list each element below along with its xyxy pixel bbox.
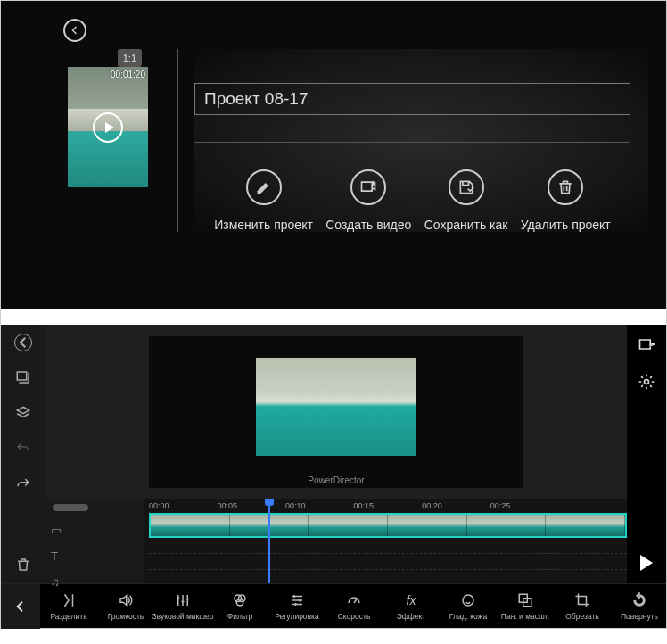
- produce-video-button[interactable]: Создать видео: [325, 169, 411, 232]
- playhead[interactable]: [268, 499, 270, 583]
- speed-icon: [345, 591, 363, 609]
- video-track-icon: ▭: [51, 524, 138, 537]
- audio-track-icon: ♫: [51, 575, 138, 589]
- play-button[interactable]: [640, 555, 653, 571]
- speed-button[interactable]: Скорость: [325, 591, 383, 621]
- project-thumbnail[interactable]: 00:01:20: [68, 67, 148, 187]
- split-button[interactable]: Разделить: [40, 591, 97, 621]
- video-clip[interactable]: [149, 513, 627, 538]
- effect-icon: fx: [402, 591, 420, 609]
- settings-button[interactable]: [638, 373, 655, 394]
- mixer-button[interactable]: Звуковой микшер: [154, 591, 211, 621]
- media-library-button[interactable]: [13, 367, 33, 387]
- preview-frame: [256, 358, 416, 456]
- text-track-icon: T: [51, 549, 138, 563]
- delete-button[interactable]: [13, 555, 33, 574]
- adjust-icon: [288, 591, 306, 609]
- save-icon: [449, 169, 484, 205]
- svg-point-4: [463, 595, 473, 606]
- svg-point-0: [645, 380, 649, 384]
- preview-area[interactable]: PowerDirector: [149, 336, 523, 488]
- volume-button[interactable]: Громкость: [97, 591, 154, 621]
- volume-icon: [117, 591, 135, 609]
- drag-handle[interactable]: [53, 504, 88, 511]
- panzoom-icon: [516, 591, 534, 609]
- back-button[interactable]: [63, 19, 86, 42]
- watermark: PowerDirector: [308, 475, 364, 485]
- time-ruler: 00:00 00:05 00:10 00:15 00:20 00:25: [144, 499, 627, 513]
- trash-icon: [548, 169, 583, 205]
- project-title-input[interactable]: [194, 83, 630, 115]
- split-icon: [60, 591, 78, 609]
- save-as-button[interactable]: Сохранить как: [424, 169, 508, 232]
- effect-button[interactable]: fx Эффект: [383, 591, 440, 621]
- crop-icon: [573, 591, 591, 609]
- editor-back-button[interactable]: [14, 334, 32, 351]
- edit-project-button[interactable]: Изменить проект: [214, 169, 313, 232]
- rotate-icon: [630, 591, 648, 609]
- adjust-button[interactable]: Регулировка: [268, 591, 325, 621]
- panzoom-button[interactable]: Пан. и масшт.: [497, 591, 554, 621]
- film-export-icon: [350, 169, 386, 205]
- timeline[interactable]: 00:00 00:05 00:10 00:15 00:20 00:25: [144, 499, 627, 583]
- mixer-icon: [174, 591, 192, 609]
- delete-project-button[interactable]: Удалить проект: [521, 169, 611, 232]
- filter-button[interactable]: Фильтр: [211, 591, 268, 621]
- face-icon: [459, 591, 477, 609]
- toolbar-back-button[interactable]: [1, 584, 40, 629]
- layers-button[interactable]: [13, 403, 33, 423]
- audio-track[interactable]: [149, 554, 627, 570]
- play-icon: [93, 112, 123, 143]
- crop-button[interactable]: Обрезать: [554, 591, 611, 621]
- divider: [177, 49, 178, 232]
- pencil-icon: [246, 169, 282, 205]
- redo-button[interactable]: [13, 475, 33, 494]
- skin-button[interactable]: Глад. кожа: [440, 591, 497, 621]
- export-button[interactable]: [638, 335, 655, 357]
- text-track[interactable]: [149, 538, 627, 554]
- project-duration: 00:01:20: [111, 70, 145, 79]
- rotate-button[interactable]: Повернуть: [611, 591, 666, 621]
- divider: [194, 142, 630, 143]
- aspect-ratio-badge: 1:1: [118, 49, 142, 67]
- filter-icon: [231, 591, 249, 609]
- svg-point-3: [236, 599, 243, 607]
- undo-button[interactable]: [13, 439, 33, 458]
